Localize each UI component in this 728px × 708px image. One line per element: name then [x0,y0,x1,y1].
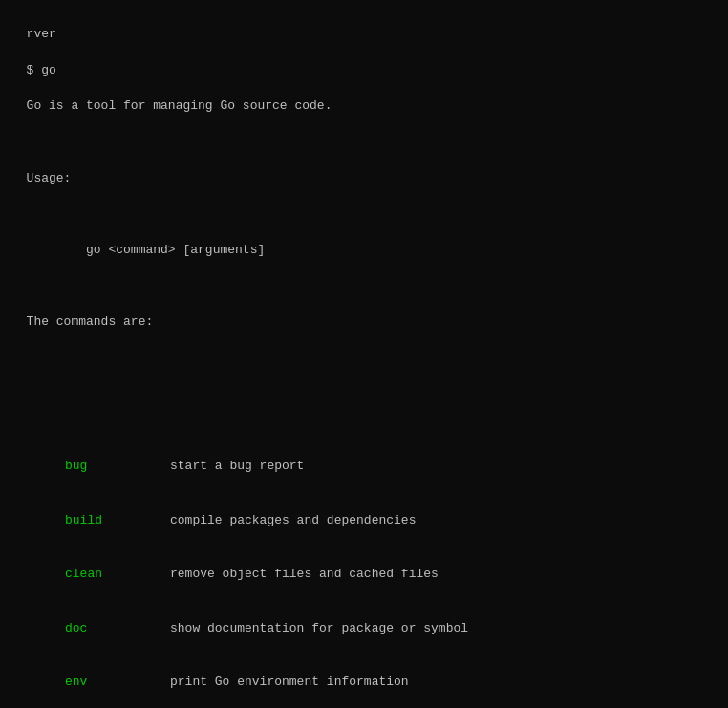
cmd-key-env: env [65,674,170,692]
cmd-row-env: envprint Go environment information [11,674,717,692]
commands-list: bugstart a bug report buildcompile packa… [11,421,717,708]
cmd-key-doc: doc [65,620,170,638]
usage-label: Usage: [27,171,72,185]
cmd-desc-bug: start a bug report [170,458,304,476]
go-description: Go is a tool for managing Go source code… [27,98,332,113]
commands-header: The commands are: [27,314,154,329]
cmd-key-bug: bug [65,458,170,476]
cmd-row-bug: bugstart a bug report [11,458,717,476]
cmd-row-build: buildcompile packages and dependencies [11,512,717,530]
cmd-desc-build: compile packages and dependencies [170,512,416,530]
cmd-row-doc: docshow documentation for package or sym… [11,620,717,638]
cmd-key-clean: clean [65,566,170,584]
usage-syntax: go <command> [arguments] [27,243,266,257]
server-text: rver [27,27,56,41]
cmd-desc-doc: show documentation for package or symbol [170,620,468,638]
terminal-output: rver $ go Go is a tool for managing Go s… [11,8,717,708]
cmd-key-build: build [65,512,170,530]
cmd-row-clean: cleanremove object files and cached file… [11,566,717,584]
cmd-desc-clean: remove object files and cached files [170,566,439,584]
cmd-desc-env: print Go environment information [170,674,409,692]
prompt-line: $ go [27,63,56,77]
